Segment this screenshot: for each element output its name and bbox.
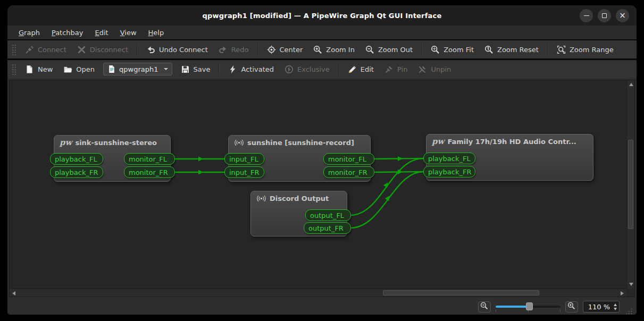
zoom-reset-button[interactable]: Zoom Reset	[480, 43, 543, 57]
minimize-button[interactable]	[580, 9, 593, 22]
patchbay-profile-combobox[interactable]: qpwgraph1	[103, 63, 172, 75]
open-icon	[63, 65, 72, 74]
scroll-down-button[interactable]	[627, 281, 635, 289]
zoom-in-button[interactable]: Zoom In	[308, 43, 359, 57]
activated-icon	[228, 65, 237, 74]
pipewire-icon: pw	[432, 138, 444, 145]
activated-button[interactable]: Activated	[223, 62, 279, 77]
menu-patchbay[interactable]: Patchbay	[47, 27, 88, 38]
node-title: Family 17h/19h HD Audio Contr...	[447, 138, 576, 146]
port-monitor-fl[interactable]: monitor_FL	[124, 153, 175, 165]
title-bar[interactable]: qpwgraph1 [modified] — A PipeWire Graph …	[7, 5, 637, 26]
toolbar-button-label: Edit	[361, 65, 374, 73]
slider-fill	[496, 306, 529, 308]
zoom-out-button[interactable]: Zoom Out	[361, 43, 417, 57]
close-button[interactable]: ×	[616, 9, 629, 22]
pin-icon	[384, 65, 394, 74]
slider-handle[interactable]	[526, 302, 533, 310]
toolbar-button-label: New	[38, 65, 53, 73]
node-header: Discord Output	[251, 191, 347, 206]
wire-arrow-icon	[385, 195, 391, 201]
node-header: pwsink-sunshine-stereo	[54, 136, 170, 150]
port-output-fl[interactable]: output_FL	[305, 209, 351, 221]
port-playback-fl[interactable]: playback_FL	[50, 153, 103, 165]
toolbar-button-label: Unpin	[431, 65, 451, 73]
zoom-range-icon	[557, 45, 566, 54]
edit-button[interactable]: Edit	[343, 62, 379, 77]
toolbar-separator	[137, 44, 138, 55]
scroll-up-button[interactable]	[627, 80, 635, 88]
redo-button[interactable]: Redo	[214, 43, 254, 57]
save-button[interactable]: Save	[176, 62, 215, 77]
media-broadcast-icon	[234, 139, 244, 147]
port-playback-fl[interactable]: playback_FL	[423, 153, 475, 164]
zoom-fit-button[interactable]: Zoom Fit	[426, 43, 479, 57]
port-output-fr[interactable]: output_FR	[304, 222, 351, 234]
wire-sunshine-sunshine-record-monitor-fl-to-family-17h-19h-hd-audio-contr-playback-fl[interactable]	[374, 158, 423, 159]
disconnect-button[interactable]: Disconnect	[72, 43, 133, 57]
undo-connect-button[interactable]: Undo Connect	[141, 43, 213, 57]
magnifier-minus-icon	[480, 302, 488, 312]
vertical-scrollbar[interactable]	[626, 80, 634, 289]
scroll-left-button[interactable]	[10, 289, 18, 297]
zoom-slider[interactable]	[496, 301, 561, 312]
save-icon	[181, 65, 190, 74]
toolbar-button-label: Center	[280, 46, 303, 54]
arrow-right-icon	[621, 291, 626, 295]
horizontal-scrollbar[interactable]	[10, 289, 626, 297]
node-title: Discord Output	[270, 195, 329, 202]
zoom-in-icon	[313, 45, 322, 54]
scroll-right-button[interactable]	[618, 289, 626, 297]
menu-edit[interactable]: Edit	[90, 27, 113, 38]
exclusive-button[interactable]: Exclusive	[280, 62, 334, 77]
port-monitor-fl[interactable]: monitor_FL	[323, 153, 374, 165]
toolbar-button-label: Open	[76, 65, 95, 73]
port-monitor-fr[interactable]: monitor_FR	[124, 166, 175, 178]
toolbar-button-label: Connect	[38, 46, 66, 54]
zoom-spinbox[interactable]: 110 %	[583, 301, 620, 312]
maximize-icon	[602, 13, 607, 18]
port-playback-fr[interactable]: playback_FR	[50, 166, 103, 178]
file-icon	[107, 65, 116, 73]
wire-sunshine-sunshine-record-monitor-fr-to-family-17h-19h-hd-audio-contr-playback-fr[interactable]	[374, 172, 423, 172]
toolbar-drag-handle[interactable]	[11, 63, 16, 75]
open-button[interactable]: Open	[58, 62, 99, 77]
zoom-range-button[interactable]: Zoom Range	[552, 43, 618, 57]
center-button[interactable]: Center	[262, 43, 308, 57]
arrow-up-icon	[629, 81, 633, 86]
port-monitor-fr[interactable]: monitor_FR	[323, 166, 374, 178]
toolbar-button-label: Pin	[397, 65, 407, 73]
magnifier-plus-icon	[567, 302, 575, 312]
port-input-fl[interactable]: input_FL	[224, 153, 264, 165]
new-icon	[25, 65, 34, 74]
zoom-in-button[interactable]	[565, 301, 578, 312]
maximize-button[interactable]	[598, 9, 611, 22]
graph-canvas[interactable]: pwsink-sunshine-stereosunshine [sunshine…	[9, 80, 635, 297]
edit-icon	[348, 65, 357, 74]
graph-layer[interactable]: pwsink-sunshine-stereosunshine [sunshine…	[10, 80, 626, 289]
toolbar-separator	[547, 44, 548, 55]
spin-down-button[interactable]	[614, 308, 617, 312]
vertical-scrollbar-thumb[interactable]	[628, 140, 633, 229]
port-input-fr[interactable]: input_FR	[224, 166, 264, 178]
pin-button[interactable]: Pin	[380, 62, 412, 77]
toolbar-button-label: Disconnect	[90, 46, 128, 54]
node-header: sunshine [sunshine-record]	[229, 136, 370, 150]
zoom-out-button[interactable]	[478, 301, 491, 312]
toolbar-button-label: Undo Connect	[159, 46, 208, 54]
connect-button[interactable]: Connect	[20, 43, 71, 57]
port-playback-fr[interactable]: playback_FR	[423, 166, 475, 178]
toolbar-drag-handle[interactable]	[11, 44, 16, 55]
menu-view[interactable]: View	[115, 27, 141, 38]
arrow-down-icon	[629, 283, 633, 288]
horizontal-scrollbar-thumb[interactable]	[383, 290, 539, 295]
menu-graph[interactable]: Graph	[14, 27, 45, 38]
node-title: sunshine [sunshine-record]	[247, 139, 354, 147]
zoom-value: 110 %	[588, 303, 610, 311]
resize-grip[interactable]	[625, 308, 632, 315]
new-button[interactable]: New	[20, 62, 57, 77]
arrow-left-icon	[10, 291, 15, 295]
unpin-button[interactable]: Unpin	[413, 62, 456, 77]
menu-help[interactable]: Help	[144, 27, 169, 38]
spin-up-button[interactable]	[614, 302, 617, 306]
